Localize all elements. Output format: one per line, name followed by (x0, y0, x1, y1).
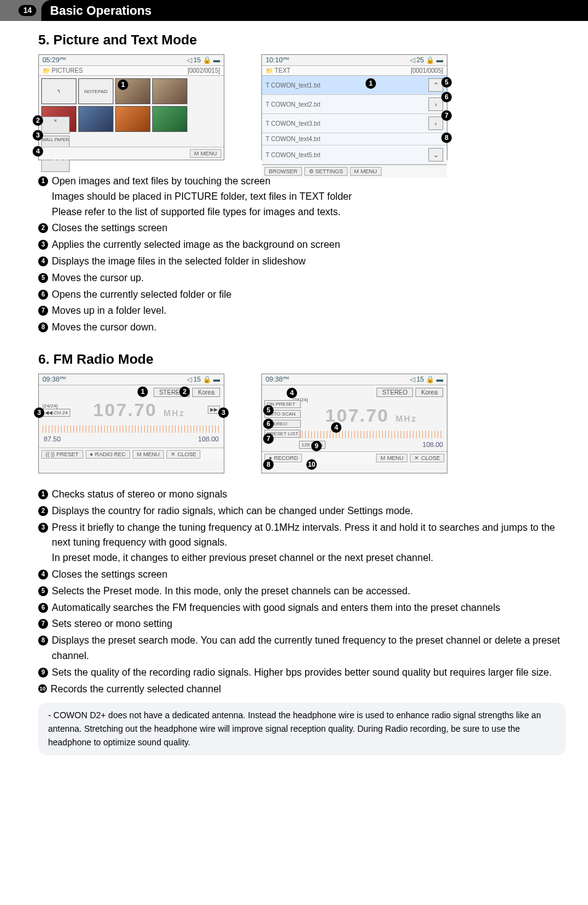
item-number-badge: 10 (38, 684, 47, 693)
item-number-badge: 7 (38, 306, 48, 316)
text-file-row[interactable]: T COWON_text3.txt ‹ (262, 114, 447, 133)
fm-range-labels: 87.50 108.00 (43, 435, 220, 445)
menu-button[interactable]: M MENU (376, 454, 407, 462)
browser-button[interactable]: BROWSER (264, 167, 302, 176)
item-text: Opens the currently selected folder or f… (52, 287, 566, 303)
text-file-row[interactable]: T COWON_text2.txt › (262, 95, 447, 114)
item-number-badge: 1 (38, 176, 48, 186)
fm-range-high: 108.00 (198, 435, 219, 443)
menu-button[interactable]: M MENU (133, 450, 164, 459)
image-thumb[interactable] (152, 106, 187, 132)
fm-frequency-display: 107.70 MHz (74, 397, 204, 423)
badge-fm-10: 10 (306, 459, 317, 470)
file-down-icon[interactable]: ⌄ (428, 148, 443, 162)
badge-7: 7 (441, 110, 452, 121)
badge-fm-2: 2 (179, 387, 190, 397)
badge-fm-7: 7 (263, 433, 274, 444)
fm-screenshot-main: 09:38ᴾᴹ ◁ 15 🔒 ▬ STEREO Korea [24/24] ◀◀… (38, 374, 224, 473)
description-item: 8Displays the preset search mode. You ca… (38, 633, 566, 664)
item-text: Sets stereo or mono setting (52, 616, 566, 632)
pic-crumb-row: 📁 PICTURES [0002/0015] (39, 66, 224, 76)
page-header: 14 Basic Operations (0, 0, 588, 21)
preset-button[interactable]: ((·)) PRESET (41, 450, 83, 459)
picture-screenshot: 05:29ᴾᴹ ◁ 15 🔒 ▬ 📁 PICTURES [0002/0015] … (38, 54, 224, 160)
pic-time: 05:29ᴾᴹ (43, 56, 66, 64)
page-content: 5. Picture and Text Mode 05:29ᴾᴹ ◁ 15 🔒 … (0, 21, 588, 755)
close-button[interactable]: ✕ CLOSE (410, 454, 444, 462)
prev-tune-button[interactable]: ◀◀ CH 24 (43, 409, 70, 417)
item-number-badge: 4 (38, 256, 48, 266)
settings-button[interactable]: ⚙ SETTINGS (304, 167, 348, 176)
section-6-screenshots: 09:38ᴾᴹ ◁ 15 🔒 ▬ STEREO Korea [24/24] ◀◀… (38, 374, 566, 473)
text-crumb-label: 📁 TEXT (266, 67, 290, 74)
text-file-row[interactable]: T COWON_text1.txt ⌃ (262, 76, 447, 95)
badge-fm-3l: 3 (34, 407, 44, 418)
notepad-thumb[interactable]: NOTEPAD (78, 78, 113, 104)
item-text: Moves up in a folder level. (52, 303, 566, 319)
menu-button[interactable]: M MENU (350, 167, 382, 176)
text-crumb-row: 📁 TEXT [0001/0005] (262, 66, 447, 76)
description-item: 5Selects the Preset mode. In this mode, … (38, 584, 566, 599)
item-text: Closes the settings screen (52, 567, 566, 583)
item-text: Closes the settings screen (52, 221, 566, 236)
image-thumb[interactable] (78, 106, 113, 132)
badge-2: 2 (33, 115, 43, 126)
item-number-badge: 5 (38, 586, 48, 596)
badge-5: 5 (441, 77, 452, 88)
close-button[interactable]: ✕ CLOSE (166, 450, 201, 459)
pic-status-icons: ◁ 15 🔒 ▬ (187, 56, 220, 64)
description-item: 4Displays the image files in the selecte… (38, 254, 566, 269)
description-item: 5Moves the cursor up. (38, 271, 566, 286)
section-6-description-list: 1Checks status of stereo or mono signals… (38, 487, 566, 697)
item-number-badge: 3 (38, 523, 48, 533)
description-item: 7Sets stereo or mono setting (38, 616, 566, 632)
text-file-row[interactable]: T COWON_text5.txt ⌄ (262, 145, 447, 165)
description-item: 4Closes the settings screen (38, 567, 566, 583)
text-statusbar: 10:10ᴾᴹ ◁ 25 🔒 ▬ (262, 55, 447, 66)
image-thumb[interactable] (115, 106, 150, 132)
item-text: Checks status of stereo or mono signals (52, 487, 566, 502)
item-number-badge: 3 (38, 240, 48, 250)
fm2-range-high: 108.00 (422, 441, 443, 448)
item-number-badge: 2 (38, 506, 48, 516)
description-item: 1Checks status of stereo or mono signals (38, 487, 566, 502)
document-page: 14 Basic Operations 5. Picture and Text … (0, 0, 588, 905)
description-item: 1Open images and text files by touching … (38, 174, 566, 219)
file-open-icon[interactable]: › (428, 97, 443, 111)
fm-top-pills: STEREO Korea (43, 388, 220, 397)
item-number-badge: 6 (38, 290, 48, 300)
fm-screenshot-settings: 09:38ᴾᴹ ◁ 15 🔒 ▬ STEREO Korea [24/24] ON… (261, 374, 447, 473)
description-item: 3Applies the currently selected image as… (38, 237, 566, 253)
fm2-preset-counter: [24/24] (293, 397, 443, 403)
description-item: 2Displays the country for radio signals,… (38, 504, 566, 519)
radio-rec-button[interactable]: ● RADIO REC (86, 450, 130, 459)
pic-counter: [0002/0015] (187, 67, 220, 74)
fm2-dial-scale (299, 431, 443, 438)
menu-button[interactable]: M MENU (190, 149, 221, 158)
close-settings-button[interactable]: ✕ (41, 117, 70, 134)
pic-crumb-label: 📁 PICTURES (43, 67, 83, 74)
description-item: 6Automatically searches the FM frequenci… (38, 600, 566, 616)
image-thumb[interactable] (152, 78, 187, 104)
country-indicator: Korea (415, 388, 443, 397)
fm2-frequency-display: 107.70 MHz (299, 403, 443, 428)
item-text: Records the currently selected channel (51, 682, 566, 697)
section-5-screenshots: 05:29ᴾᴹ ◁ 15 🔒 ▬ 📁 PICTURES [0002/0015] … (38, 54, 566, 160)
description-item: 7Moves up in a folder level. (38, 303, 566, 319)
description-item: 8Moves the cursor down. (38, 320, 566, 335)
item-number-badge: 1 (38, 489, 48, 499)
badge-8: 8 (441, 133, 452, 143)
item-text: Applies the currently selected image as … (52, 237, 566, 253)
fm-dial-scale (43, 425, 220, 433)
badge-fm-1: 1 (137, 387, 148, 397)
description-item: 9Sets the quality of the recording radio… (38, 665, 566, 681)
up-folder-thumb[interactable]: ↰ (41, 78, 76, 104)
badge-fm-4b: 4 (331, 422, 341, 433)
file-back-icon[interactable]: ‹ (428, 117, 443, 130)
badge-6: 6 (441, 92, 452, 102)
item-text: Moves the cursor up. (52, 271, 566, 286)
text-file-row[interactable]: T COWON_text4.txt (262, 133, 447, 145)
section-5-title: 5. Picture and Text Mode (38, 32, 566, 48)
badge-fm-3r: 3 (218, 407, 229, 418)
description-item: 10Records the currently selected channel (38, 682, 566, 697)
